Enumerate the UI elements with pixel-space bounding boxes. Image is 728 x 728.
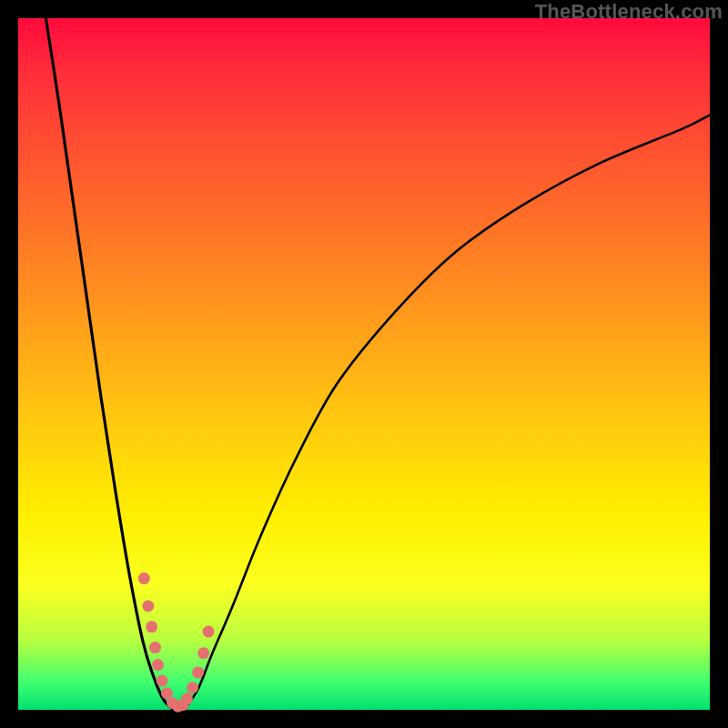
curve-left <box>46 18 174 710</box>
marker-dot <box>142 601 154 612</box>
marker-dot <box>152 659 164 671</box>
marker-dot <box>203 626 215 638</box>
marker-dot <box>181 693 193 704</box>
marker-dot <box>157 675 168 687</box>
marker-dot <box>138 572 150 584</box>
chart-plot-area <box>18 18 710 710</box>
left-curve <box>46 18 174 710</box>
chart-svg <box>18 18 710 710</box>
marker-dot <box>146 621 157 632</box>
watermark-text: TheBottleneck.com <box>535 0 723 24</box>
chart-outer-frame: TheBottleneck.com <box>0 0 728 728</box>
curve-right <box>184 115 710 710</box>
marker-dot <box>149 642 161 653</box>
marker-dot <box>187 682 198 693</box>
marker-dot <box>192 666 204 678</box>
marker-dot <box>197 647 209 659</box>
marker-points <box>138 572 215 713</box>
right-curve <box>184 115 710 710</box>
